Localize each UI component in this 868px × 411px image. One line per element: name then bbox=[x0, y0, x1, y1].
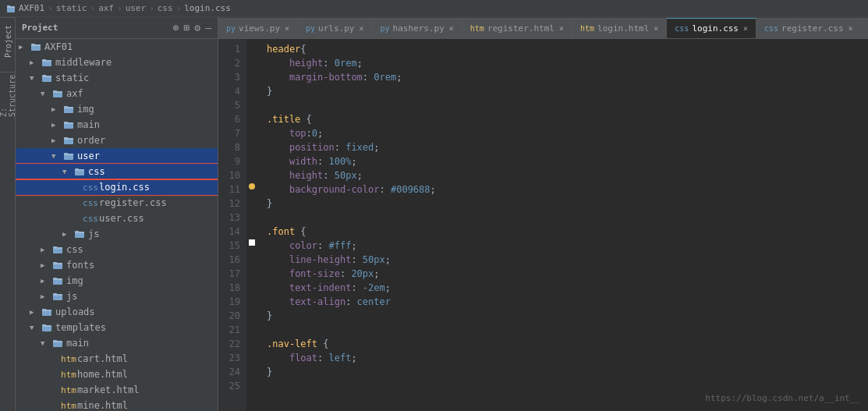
code-line-5 bbox=[267, 98, 868, 112]
tab-register-html[interactable]: htm register.html × bbox=[462, 18, 572, 38]
collapse-icon[interactable]: — bbox=[205, 22, 211, 34]
code-line-9: width: 100%; bbox=[267, 154, 868, 168]
tree-item-js-user[interactable]: ▶ js bbox=[16, 226, 218, 242]
tree-item-home-html[interactable]: htm home.html bbox=[16, 367, 218, 382]
settings-icon[interactable]: ⚙ bbox=[194, 22, 200, 34]
layout-icon[interactable]: ⊞ bbox=[184, 22, 190, 34]
side-tab-structure[interactable]: Z: Structure bbox=[0, 72, 16, 119]
line-num-25: 25 bbox=[218, 379, 246, 393]
tab-register-css[interactable]: css register.css × bbox=[756, 18, 862, 38]
tab-close-hashers-py[interactable]: × bbox=[449, 24, 454, 33]
tree-label-user: user bbox=[77, 151, 100, 161]
tab-icon-login-css: css bbox=[675, 24, 689, 33]
folder-icon-axf01 bbox=[30, 41, 42, 52]
tab-login-js[interactable]: js login.js × bbox=[862, 18, 868, 38]
tree-label-home-html: home.html bbox=[77, 369, 128, 380]
tab-icon-views-py: py bbox=[226, 24, 236, 33]
code-line-4: } bbox=[267, 84, 868, 98]
line-numbers: 1 2 3 4 5 6 7 8 9 10 11 12 13 14 bbox=[218, 39, 246, 411]
tree-item-main-templates[interactable]: ▼ main bbox=[16, 335, 218, 351]
tab-hashers-py[interactable]: py hashers.py × bbox=[373, 18, 462, 38]
line-num-24: 24 bbox=[218, 365, 246, 379]
tree-item-login-css[interactable]: css login.css bbox=[16, 179, 218, 195]
tree-arrow-fonts: ▶ bbox=[41, 261, 51, 269]
gutter-15 bbox=[246, 236, 259, 250]
tree-item-market-html[interactable]: htm market.html bbox=[16, 382, 218, 398]
tree-item-axf[interactable]: ▼ axf bbox=[16, 86, 218, 101]
tab-label-login-html: login.html bbox=[597, 23, 649, 34]
gutter-6 bbox=[246, 109, 259, 123]
tree-item-register-css[interactable]: css register.css bbox=[16, 195, 218, 211]
tree-item-css-static[interactable]: ▶ css bbox=[16, 242, 218, 257]
code-line-20: } bbox=[267, 309, 868, 323]
tree-item-fonts[interactable]: ▶ fonts bbox=[16, 257, 218, 273]
sidebar-header-icons: ⊕ ⊞ ⚙ — bbox=[173, 22, 211, 34]
tree-arrow-static: ▼ bbox=[30, 74, 41, 82]
file-icon-mine-html: htm bbox=[62, 400, 75, 411]
tree-item-css[interactable]: ▼ css bbox=[16, 164, 218, 179]
line-num-22: 22 bbox=[218, 337, 246, 351]
line-num-6: 6 bbox=[218, 112, 246, 126]
folder-icon-img-static bbox=[51, 275, 64, 286]
gutter-9 bbox=[246, 151, 259, 165]
tab-close-register-css[interactable]: × bbox=[849, 24, 853, 33]
sidebar-title: Project bbox=[22, 23, 168, 33]
code-line-18: text-indent: -2em; bbox=[267, 281, 868, 295]
line-num-15: 15 bbox=[218, 239, 246, 253]
file-icon-user-css: css bbox=[84, 213, 97, 224]
tree-item-cart-html[interactable]: htm cart.html bbox=[16, 351, 218, 367]
tab-urls-py[interactable]: py urls.py × bbox=[298, 18, 372, 38]
line-num-5: 5 bbox=[218, 98, 246, 112]
tree-item-uploads[interactable]: ▶ uploads bbox=[16, 304, 218, 320]
tree-label-register-css: register.css bbox=[99, 197, 167, 208]
bc-item-axf: axf bbox=[98, 3, 114, 13]
tree-item-templates[interactable]: ▼ templates bbox=[16, 320, 218, 335]
side-tab-project[interactable]: Project bbox=[0, 17, 16, 64]
code-line-6: .title { bbox=[267, 112, 868, 126]
code-line-11: background-color: #009688; bbox=[267, 182, 868, 197]
tree-item-axf01[interactable]: ▶ AXF01 bbox=[16, 39, 218, 55]
tree-arrow-user: ▼ bbox=[51, 152, 62, 160]
tree-label-cart-html: cart.html bbox=[77, 353, 128, 364]
editor-tabs-bar: py views.py × py urls.py × py hashers.py… bbox=[218, 17, 868, 39]
code-line-10: height: 50px; bbox=[267, 168, 868, 182]
bc-item-axf01: AXF01 bbox=[19, 3, 44, 13]
tree-item-static[interactable]: ▼ static bbox=[16, 70, 218, 86]
tree-item-main[interactable]: ▶ main bbox=[16, 117, 218, 133]
tree-item-js-static[interactable]: ▶ js bbox=[16, 289, 218, 304]
tree-arrow-js-static: ▶ bbox=[41, 292, 51, 300]
tree-item-img-static[interactable]: ▶ img bbox=[16, 273, 218, 289]
tab-icon-hashers-py: py bbox=[381, 24, 390, 33]
folder-icon-uploads bbox=[41, 306, 53, 317]
tree-label-login-css: login.css bbox=[99, 182, 150, 193]
tab-close-login-css[interactable]: × bbox=[743, 24, 748, 33]
folder-icon-css bbox=[73, 166, 86, 177]
tree-item-img[interactable]: ▶ img bbox=[16, 101, 218, 117]
tree-item-middleware[interactable]: ▶ middleware bbox=[16, 55, 218, 70]
watermark: https://blog.csdn.net/a__int__ bbox=[705, 393, 860, 403]
add-icon[interactable]: ⊕ bbox=[173, 22, 179, 34]
line-num-8: 8 bbox=[218, 140, 246, 154]
tree-arrow-img-static: ▶ bbox=[41, 277, 51, 285]
tab-login-css[interactable]: css login.css × bbox=[667, 18, 756, 38]
code-editor[interactable]: header{ height: 0rem; margin-bottom: 0re… bbox=[259, 39, 868, 411]
tab-close-login-html[interactable]: × bbox=[654, 24, 658, 33]
tree-label-uploads: uploads bbox=[55, 306, 95, 317]
folder-icon-middleware bbox=[41, 57, 53, 68]
tab-close-register-html[interactable]: × bbox=[559, 24, 564, 33]
code-line-24: } bbox=[267, 365, 868, 379]
tree-arrow-css-static: ▶ bbox=[41, 246, 51, 253]
tree-label-css-folder: css bbox=[88, 166, 105, 177]
tab-close-views-py[interactable]: × bbox=[285, 24, 289, 33]
tab-close-urls-py[interactable]: × bbox=[359, 24, 363, 33]
tree-item-user-css[interactable]: css user.css bbox=[16, 211, 218, 226]
tab-views-py[interactable]: py views.py × bbox=[218, 18, 298, 38]
tree-item-user[interactable]: ▼ user bbox=[16, 148, 218, 164]
tab-login-html[interactable]: htm login.html × bbox=[572, 18, 667, 38]
bc-item-login-css: login.css bbox=[184, 3, 231, 13]
code-line-8: position: fixed; bbox=[267, 140, 868, 154]
tree-item-mine-html[interactable]: htm mine.html bbox=[16, 398, 218, 411]
tree-item-order[interactable]: ▶ order bbox=[16, 133, 218, 148]
tree-label-js-user: js bbox=[88, 229, 99, 239]
folder-icon-main bbox=[62, 119, 75, 130]
